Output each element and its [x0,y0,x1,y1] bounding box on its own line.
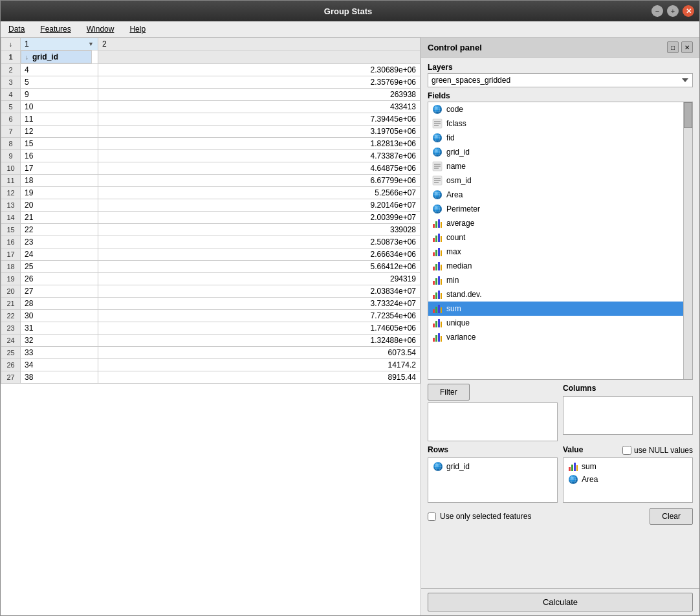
col2-header[interactable]: 2 [98,38,421,50]
fields-scrollbar[interactable] [683,102,692,379]
use-selected-checkbox[interactable] [428,512,436,521]
globe-icon [432,104,443,115]
cell-col1: 24 [21,248,98,261]
use-null-checkbox[interactable] [622,446,631,455]
columns-area[interactable] [563,396,693,435]
fields-list[interactable]: code fclass fid grid_i [428,102,683,379]
row-number: 15 [1,224,21,236]
field-item-median[interactable]: median [428,259,683,273]
table-row: 510433413 [1,101,421,113]
row-number: 20 [1,285,21,298]
field-item-average[interactable]: average [428,216,683,230]
fields-section: Fields code fclass [428,91,693,380]
field-item-variance[interactable]: variance [428,330,683,344]
svg-rect-46 [435,250,437,256]
table-row: 23311.74605e+06 [1,322,421,335]
cp-icon-btn-1[interactable]: □ [667,41,679,53]
cell-col2: 2.35769e+06 [98,76,421,89]
row-number: 6 [1,113,21,126]
cell-col2: 3.19705e+06 [98,126,421,138]
cp-icon-btn-2[interactable]: ✕ [681,41,693,53]
col2-row-header [98,50,421,64]
text-icon [432,118,443,129]
row-number: 19 [1,273,21,285]
bar-icon [432,318,443,328]
field-item-name[interactable]: name [428,159,683,173]
table-row: 20272.03834e+07 [1,285,421,298]
menu-features[interactable]: Features [38,23,73,35]
calculate-button[interactable]: Calculate [428,593,693,611]
cell-col1: 22 [21,224,98,236]
svg-rect-60 [441,293,442,299]
cell-col2: 5.2566e+07 [98,187,421,199]
field-name: stand.dev. [446,290,481,299]
field-name: variance [446,333,476,342]
bar-icon [432,275,443,285]
menu-window[interactable]: Window [84,23,117,35]
field-item-osm_id[interactable]: osm_id [428,173,683,188]
table-scroll[interactable]: ↓ 1 ▼ 2 [1,38,421,615]
globe-icon [432,204,443,214]
table-row: 12195.2566e+07 [1,187,421,199]
value-item-Area: Area [565,473,690,486]
svg-rect-53 [433,281,435,285]
field-item-code[interactable]: code [428,102,683,116]
field-item-grid_id[interactable]: grid_id [428,145,683,159]
filter-button[interactable]: Filter [428,384,470,401]
maximize-button[interactable]: + [667,5,679,17]
field-name: grid_id [446,148,470,157]
col1-row-header: ↓grid_id [21,50,92,63]
rows-area[interactable]: grid_id [428,457,558,503]
main-window: Group Stats − + ✕ Data Features Window H… [0,0,700,616]
cell-col1: 28 [21,298,98,310]
text-icon [432,175,443,186]
svg-rect-43 [438,234,440,242]
field-item-Area[interactable]: Area [428,188,683,202]
field-item-min[interactable]: min [428,273,683,287]
field-item-sum[interactable]: sum [428,302,683,316]
cell-col1: 16 [21,150,98,162]
row-number: 12 [1,187,21,199]
svg-rect-44 [441,236,442,242]
menu-help[interactable]: Help [127,23,148,35]
cell-col2: 2.30689e+06 [98,64,421,76]
field-item-Perimeter[interactable]: Perimeter [428,202,683,216]
field-name: average [446,219,474,228]
layers-select[interactable]: green_spaces_gridded [428,73,693,87]
field-item-max[interactable]: max [428,245,683,259]
svg-rect-63 [438,305,440,313]
svg-rect-78 [569,467,571,471]
cp-body: Layers green_spaces_gridded Fields co [421,58,699,588]
svg-rect-45 [433,252,435,256]
bar-icon [432,332,443,342]
col1-header[interactable]: 1 ▼ [21,38,98,50]
field-item-fid[interactable]: fid [428,131,683,145]
field-name: median [446,261,472,270]
value-area[interactable]: sum Area [563,457,693,503]
clear-button[interactable]: Clear [650,508,693,525]
cell-col1: 21 [21,212,98,224]
field-item-stand.dev.[interactable]: stand.dev. [428,287,683,302]
value-box: Value use NULL values sum [563,445,693,503]
globe-icon [432,190,443,200]
svg-rect-57 [433,295,435,299]
cell-col1: 19 [21,187,98,199]
svg-rect-59 [438,291,440,299]
cell-col1: 12 [21,126,98,138]
value-item-name: Area [582,475,598,484]
svg-rect-50 [435,264,437,270]
row-number: 27 [1,371,21,384]
field-item-fclass[interactable]: fclass [428,116,683,131]
field-item-unique[interactable]: unique [428,316,683,330]
svg-rect-41 [433,238,435,242]
field-item-count[interactable]: count [428,230,683,245]
cell-col2: 2.03834e+07 [98,285,421,298]
close-button[interactable]: ✕ [683,5,694,17]
svg-rect-66 [435,321,437,327]
filter-area[interactable] [428,402,558,441]
menu-data[interactable]: Data [6,23,27,35]
table-row: 22307.72354e+06 [1,310,421,322]
value-item-sum: sum [565,460,690,473]
minimize-button[interactable]: − [651,5,663,17]
main-content: ↓ 1 ▼ 2 [1,38,699,615]
